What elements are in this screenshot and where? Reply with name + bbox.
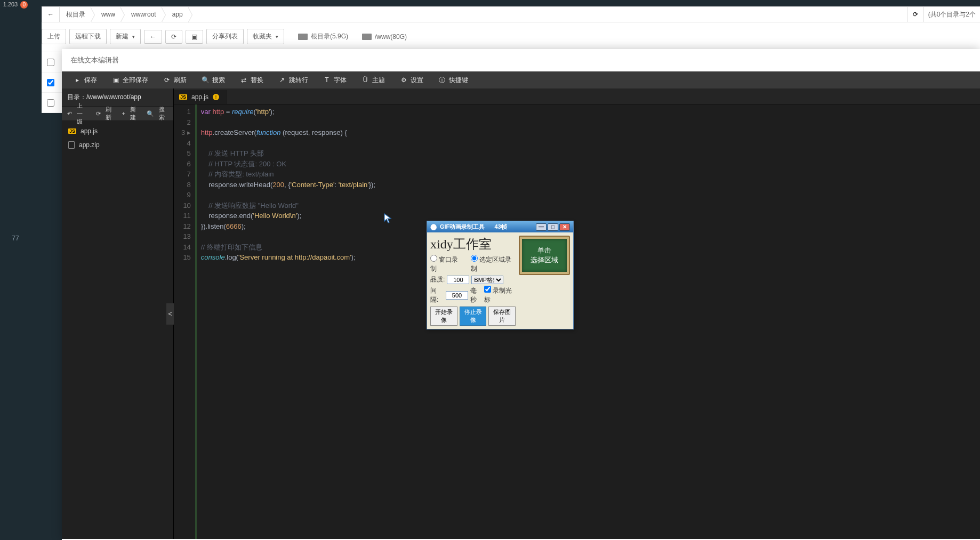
board-line1: 单击 [537,246,551,255]
new-button[interactable]: 新建 [110,29,141,44]
menu-font[interactable]: T字体 [316,71,354,88]
radio-region-record[interactable]: 选定区域录制 [471,255,516,273]
sidebar-stat: 77 [0,235,31,242]
menu-replace[interactable]: ⇄替换 [232,71,271,88]
app-icon: ⬤ [430,223,437,230]
info-icon: ⓘ [438,76,446,84]
menu-font-label: 字体 [334,76,347,85]
disk-root-label: 根目录(5.9G) [311,32,348,41]
breadcrumb-seg-wwwroot[interactable]: wwwroot [125,7,166,22]
fm-toolbar: 上传 远程下载 新建 ← ⟳ ▣ 分享列表 收藏夹 根目录(5.9G) /www… [42,22,980,52]
gif-logo: xidy工作室 [430,236,516,253]
interval-unit: 毫秒 [470,286,482,304]
menu-refresh[interactable]: ⟳刷新 [156,71,194,88]
breadcrumb-back[interactable]: ← [42,7,60,22]
disk-icon [298,34,308,40]
close-button[interactable]: ✕ [559,223,570,231]
disk-www-label: /www(80G) [375,33,407,41]
replace-icon: ⇄ [240,76,247,84]
tab-label: app.js [191,93,208,101]
disk-icon [362,34,372,40]
breadcrumb-seg-www[interactable]: www [95,7,125,22]
menu-saveall-label: 全部保存 [123,76,148,85]
menu-settings[interactable]: ⚙设置 [392,71,431,88]
gear-icon: ⚙ [400,76,407,84]
tree-collapse-handle[interactable]: < [166,303,174,325]
paste-button[interactable]: ▣ [186,30,203,44]
share-list-button[interactable]: 分享列表 [206,29,244,44]
gif-recorder-window[interactable]: ⬤ GIF动画录制工具 43帧 — □ ✕ xidy工作室 窗口录制 选定区域录… [427,221,574,329]
back-button[interactable]: ← [144,30,162,44]
tree-actions: ↶ 上一级 ⟳ 刷新 + 新建 🔍 搜索 [62,106,173,121]
server-ip: 1.203 0 [0,0,31,9]
tree-search[interactable]: 🔍 搜索 [143,106,171,122]
search-icon: 🔍 [202,76,209,84]
save-image-button[interactable]: 保存图片 [488,307,516,326]
tree-refresh[interactable]: ⟳ 刷新 [93,106,118,122]
tab-appjs[interactable]: JS app.js ! [174,90,227,104]
row-checkbox[interactable] [47,99,54,107]
breadcrumb-refresh[interactable]: ⟳ [907,7,924,22]
menu-theme[interactable]: Ü主题 [354,71,392,88]
saveall-icon: ▣ [112,76,119,84]
menu-theme-label: 主题 [372,76,385,85]
editor-tabstrip: JS app.js ! [174,88,980,104]
window-controls: — □ ✕ [536,223,570,231]
breadcrumb-seg-app[interactable]: app [166,7,192,22]
minimize-button[interactable]: — [536,223,547,231]
font-icon: T [323,76,331,84]
tree-file-appzip[interactable]: app.zip [62,138,173,152]
code-scroll[interactable]: 123 ▸456789101112131415 var http = requi… [174,104,980,539]
radio-region-input[interactable] [471,255,478,262]
gif-frame-count: 43帧 [494,223,507,231]
gif-titlebar[interactable]: ⬤ GIF动画录制工具 43帧 — □ ✕ [427,221,573,232]
stop-record-button[interactable]: 停止录像 [460,307,487,326]
tree-new-label: 新建 [127,106,139,122]
menu-saveall[interactable]: ▣全部保存 [105,71,156,88]
remote-download-button[interactable]: 远程下载 [69,29,107,44]
start-record-button[interactable]: 开始录像 [430,307,457,326]
tree-search-label: 搜索 [156,106,168,122]
breadcrumb-seg-root[interactable]: 根目录 [60,7,95,22]
gif-title-text: GIF动画录制工具 [440,223,485,231]
quality-input[interactable] [447,276,469,284]
tree-file-label: app.zip [79,141,100,149]
interval-label: 间隔: [430,286,444,304]
refresh-button[interactable]: ⟳ [165,30,182,44]
menu-search[interactable]: 🔍搜索 [194,71,232,88]
row-checkbox[interactable] [47,79,54,86]
record-cursor-checkbox[interactable]: 录制光标 [484,286,516,304]
radio-window-record[interactable]: 窗口录制 [430,255,463,273]
format-select[interactable]: BMP格式 [471,276,503,284]
alert-badge[interactable]: 0 [20,1,28,9]
tree-file-label: app.js [81,127,98,135]
tree-file-appjs[interactable]: JSapp.js [62,124,173,138]
menu-shortcut-label: 快捷键 [449,76,468,85]
gif-controls: xidy工作室 窗口录制 选定区域录制 品质: BMP格式 间隔: 毫秒 录制光… [430,236,516,326]
breadcrumb-count: (共0个目录与2个 [924,7,980,22]
board-line2: 选择区域 [531,255,558,265]
radio-window-input[interactable] [430,255,437,262]
interval-input[interactable] [446,291,468,300]
maximize-button[interactable]: □ [548,223,558,231]
code-area: JS app.js ! 123 ▸456789101112131415 var … [174,88,980,539]
menu-save[interactable]: ▸保存 [66,71,105,88]
code-lines[interactable]: var http = require('http');http.createSe… [197,104,375,539]
favorites-button[interactable]: 收藏夹 [247,29,284,44]
line-gutter: 123 ▸456789101112131415 [174,104,197,539]
menu-shortcut[interactable]: ⓘ快捷键 [431,71,476,88]
tree-refresh-label: 刷新 [102,106,115,122]
menu-search-label: 搜索 [212,76,225,85]
record-cursor-input[interactable] [484,286,491,293]
app-sidebar: 1.203 0 77 [0,0,31,540]
disk-root[interactable]: 根目录(5.9G) [298,32,348,41]
menu-goto[interactable]: ↗跳转行 [271,71,316,88]
tree-new[interactable]: + 新建 [119,106,142,122]
upload-button[interactable]: 上传 [42,29,66,44]
select-all-checkbox[interactable] [47,59,54,66]
disk-www[interactable]: /www(80G) [362,33,407,41]
gif-preview[interactable]: 单击 选择区域 [519,236,570,326]
menu-replace-label: 替换 [251,76,263,85]
js-icon: JS [179,94,187,100]
goto-icon: ↗ [278,76,286,84]
